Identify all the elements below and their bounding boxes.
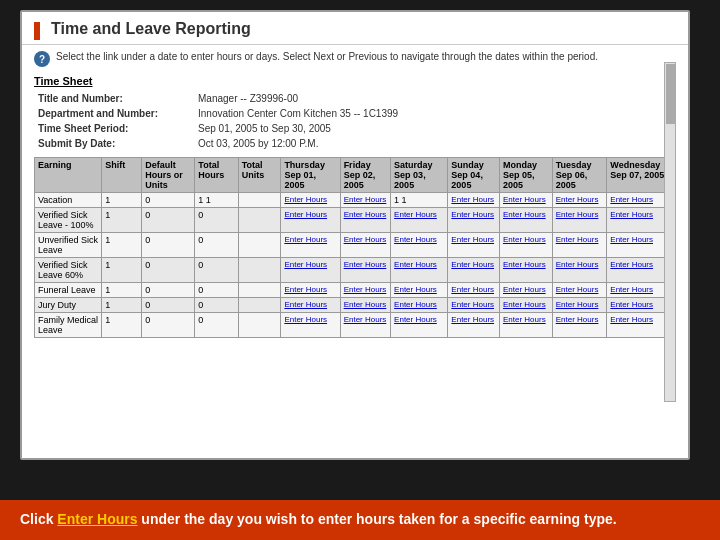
enter-hours-link[interactable]: Enter Hours [344, 315, 387, 324]
cell-thu_sep01: Enter Hours [281, 313, 340, 338]
cell-default_units: 0 [142, 313, 195, 338]
enter-hours-link[interactable]: Enter Hours [394, 300, 444, 309]
enter-hours-link[interactable]: Enter Hours [344, 195, 387, 204]
cell-earning: Vacation [35, 193, 102, 208]
enter-hours-link[interactable]: Enter Hours [451, 210, 496, 219]
cell-total_hours: 0 [195, 208, 238, 233]
enter-hours-link[interactable]: Enter Hours [610, 285, 672, 294]
enter-hours-link[interactable]: Enter Hours [451, 315, 496, 324]
table-row: Vacation101 1Enter HoursEnter Hours1 1En… [35, 193, 676, 208]
table-row: Funeral Leave100Enter HoursEnter HoursEn… [35, 283, 676, 298]
enter-hours-link[interactable]: Enter Hours [451, 285, 496, 294]
cell-sun_sep04: Enter Hours [448, 193, 500, 208]
enter-hours-link[interactable]: Enter Hours [556, 260, 604, 269]
cell-mon_sep05: Enter Hours [499, 298, 552, 313]
enter-hours-highlight[interactable]: Enter Hours [57, 511, 137, 527]
cell-default_units: 0 [142, 258, 195, 283]
enter-hours-link[interactable]: Enter Hours [610, 195, 672, 204]
cell-thu_sep01: Enter Hours [281, 283, 340, 298]
section-label: Time Sheet [34, 75, 676, 87]
cell-sat_sep03: Enter Hours [391, 258, 448, 283]
enter-hours-link[interactable]: Enter Hours [556, 195, 604, 204]
enter-hours-link[interactable]: Enter Hours [344, 235, 387, 244]
enter-hours-link[interactable]: Enter Hours [451, 235, 496, 244]
info-row: Submit By Date:Oct 03, 2005 by 12:00 P.M… [34, 136, 676, 151]
col-header-total_hours: Total Hours [195, 158, 238, 193]
cell-earning: Unverified Sick Leave [35, 233, 102, 258]
enter-hours-link[interactable]: Enter Hours [556, 210, 604, 219]
cell-total_hours: 0 [195, 298, 238, 313]
enter-hours-link[interactable]: Enter Hours [451, 260, 496, 269]
cell-shift: 1 [102, 313, 142, 338]
enter-hours-link[interactable]: Enter Hours [394, 235, 444, 244]
col-header-sun_sep04: Sunday Sep 04, 2005 [448, 158, 500, 193]
enter-hours-link[interactable]: Enter Hours [394, 315, 444, 324]
enter-hours-link[interactable]: Enter Hours [503, 300, 549, 309]
cell-sat_sep03: Enter Hours [391, 233, 448, 258]
cell-default_units: 0 [142, 208, 195, 233]
scrollbar[interactable] [664, 62, 676, 402]
cell-default_units: 0 [142, 233, 195, 258]
cell-fri_sep02: Enter Hours [340, 298, 390, 313]
cell-fri_sep02: Enter Hours [340, 258, 390, 283]
cell-sat_sep03: 1 1 [391, 193, 448, 208]
enter-hours-link[interactable]: Enter Hours [556, 235, 604, 244]
enter-hours-link[interactable]: Enter Hours [610, 235, 672, 244]
enter-hours-link[interactable]: Enter Hours [610, 300, 672, 309]
enter-hours-link[interactable]: Enter Hours [503, 285, 549, 294]
instruction-text: Select the link under a date to enter ho… [56, 51, 598, 62]
cell-total_units [238, 233, 281, 258]
info-table: Title and Number:Manager -- Z39996-00Dep… [34, 91, 676, 151]
cell-total_units [238, 258, 281, 283]
cell-total_hours: 0 [195, 258, 238, 283]
enter-hours-link[interactable]: Enter Hours [503, 315, 549, 324]
cell-sun_sep04: Enter Hours [448, 283, 500, 298]
cell-thu_sep01: Enter Hours [281, 258, 340, 283]
enter-hours-link[interactable]: Enter Hours [344, 285, 387, 294]
cell-tue_sep06: Enter Hours [552, 313, 607, 338]
enter-hours-link[interactable]: Enter Hours [556, 315, 604, 324]
enter-hours-link[interactable]: Enter Hours [503, 260, 549, 269]
enter-hours-link[interactable]: Enter Hours [344, 300, 387, 309]
enter-hours-link[interactable]: Enter Hours [610, 260, 672, 269]
col-header-shift: Shift [102, 158, 142, 193]
cell-shift: 1 [102, 298, 142, 313]
enter-hours-link[interactable]: Enter Hours [344, 210, 387, 219]
enter-hours-link[interactable]: Enter Hours [610, 315, 672, 324]
cell-sat_sep03: Enter Hours [391, 208, 448, 233]
enter-hours-link[interactable]: Enter Hours [451, 195, 496, 204]
enter-hours-link[interactable]: Enter Hours [284, 210, 336, 219]
cell-shift: 1 [102, 193, 142, 208]
enter-hours-link[interactable]: Enter Hours [284, 235, 336, 244]
enter-hours-link[interactable]: Enter Hours [284, 195, 336, 204]
enter-hours-link[interactable]: Enter Hours [394, 260, 444, 269]
cell-sat_sep03: Enter Hours [391, 298, 448, 313]
enter-hours-link[interactable]: Enter Hours [284, 300, 336, 309]
enter-hours-link[interactable]: Enter Hours [284, 260, 336, 269]
cell-total_hours: 0 [195, 313, 238, 338]
enter-hours-link[interactable]: Enter Hours [394, 285, 444, 294]
enter-hours-link[interactable]: Enter Hours [284, 315, 336, 324]
enter-hours-link[interactable]: Enter Hours [451, 300, 496, 309]
field-value: Sep 01, 2005 to Sep 30, 2005 [194, 121, 676, 136]
enter-hours-link[interactable]: Enter Hours [556, 285, 604, 294]
enter-hours-link[interactable]: Enter Hours [344, 260, 387, 269]
col-header-fri_sep02: Friday Sep 02, 2005 [340, 158, 390, 193]
field-label: Time Sheet Period: [34, 121, 194, 136]
cell-shift: 1 [102, 208, 142, 233]
col-header-earning: Earning [35, 158, 102, 193]
cell-total_units [238, 208, 281, 233]
cell-mon_sep05: Enter Hours [499, 233, 552, 258]
field-value: Manager -- Z39996-00 [194, 91, 676, 106]
enter-hours-link[interactable]: Enter Hours [284, 285, 336, 294]
cell-earning: Verified Sick Leave 60% [35, 258, 102, 283]
enter-hours-link[interactable]: Enter Hours [394, 210, 444, 219]
enter-hours-link[interactable]: Enter Hours [503, 210, 549, 219]
enter-hours-link[interactable]: Enter Hours [503, 195, 549, 204]
enter-hours-link[interactable]: Enter Hours [556, 300, 604, 309]
bottom-text-after: under the day you wish to enter hours ta… [137, 511, 616, 527]
enter-hours-link[interactable]: Enter Hours [503, 235, 549, 244]
enter-hours-link[interactable]: Enter Hours [610, 210, 672, 219]
scrollbar-thumb[interactable] [666, 64, 676, 124]
cell-earning: Funeral Leave [35, 283, 102, 298]
